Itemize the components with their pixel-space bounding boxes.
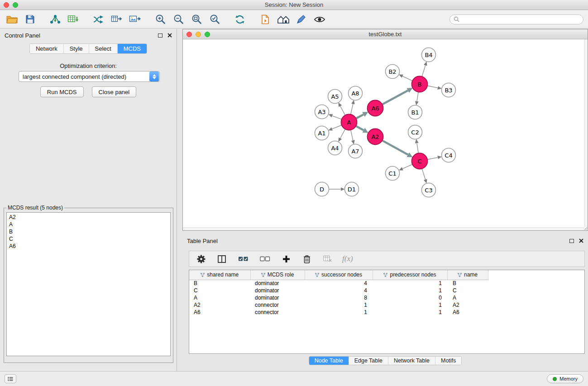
close-panel-button[interactable]: Close panel <box>92 86 137 97</box>
edge-B-B2[interactable] <box>402 76 412 81</box>
node-A8[interactable]: A8 <box>349 86 363 100</box>
edge-B-B4[interactable] <box>422 65 425 76</box>
new-network-button[interactable] <box>90 12 108 27</box>
mcds-result-item[interactable]: A2 <box>7 214 170 221</box>
tab-mcds[interactable]: MCDS <box>118 44 147 53</box>
tab-node-table[interactable]: Node Table <box>309 357 349 365</box>
network-canvas[interactable]: AA1A2A3A4A5A6A7A8BB1B2B3B4CC1C2C3C4DD1 <box>183 39 588 230</box>
table-cell[interactable]: 8 <box>305 294 373 301</box>
select-all-rows-button[interactable] <box>236 251 250 267</box>
task-history-button[interactable] <box>5 374 16 383</box>
show-hide-panels-button[interactable] <box>274 12 292 27</box>
table-cell[interactable]: A <box>447 294 488 301</box>
table-cell[interactable]: C <box>189 287 250 294</box>
search-field[interactable] <box>449 14 583 24</box>
table-cell[interactable]: 1 <box>373 287 447 294</box>
tab-style[interactable]: Style <box>64 44 89 53</box>
refresh-network-button[interactable] <box>231 12 249 27</box>
tab-select[interactable]: Select <box>89 44 118 53</box>
node-C4[interactable]: C4 <box>442 148 456 162</box>
apply-style-button[interactable] <box>292 12 311 27</box>
table-cell[interactable]: A6 <box>447 309 488 316</box>
tab-network[interactable]: Network <box>30 44 64 53</box>
table-cell[interactable]: A <box>189 294 250 301</box>
edge-C-C2[interactable] <box>417 143 419 153</box>
mcds-result-item[interactable]: A6 <box>7 243 170 250</box>
node-B3[interactable]: B3 <box>442 83 456 97</box>
new-network-from-table-button[interactable] <box>108 12 126 27</box>
zoom-selected-button[interactable] <box>206 12 224 27</box>
import-network-from-file-button[interactable] <box>46 12 64 27</box>
edge-C-C4[interactable] <box>427 157 438 160</box>
deselect-all-rows-button[interactable] <box>258 251 272 267</box>
table-cell[interactable]: C <box>447 287 488 294</box>
save-session-button[interactable] <box>21 12 39 27</box>
edge-A-A5[interactable] <box>340 106 345 115</box>
node-A3[interactable]: A3 <box>315 105 329 119</box>
node-C[interactable]: C <box>412 153 428 169</box>
table-cell[interactable]: B <box>447 280 488 287</box>
tab-network-table[interactable]: Network Table <box>388 357 435 365</box>
table-row[interactable]: A6connector11A6 <box>189 309 488 316</box>
edge-B-B3[interactable] <box>427 86 438 88</box>
table-cell[interactable]: 0 <box>373 294 447 301</box>
node-C3[interactable]: C3 <box>422 183 436 197</box>
table-cell[interactable]: 1 <box>373 309 447 316</box>
edge-A-A6[interactable] <box>356 114 363 119</box>
table-cell[interactable]: dominator <box>250 280 305 287</box>
edge-A2-C[interactable] <box>382 140 408 154</box>
column-header-shared-name[interactable]: shared name <box>189 270 250 280</box>
node-A4[interactable]: A4 <box>328 141 342 155</box>
open-file-button[interactable] <box>3 12 21 27</box>
node-A2[interactable]: A2 <box>368 129 383 145</box>
node-B2[interactable]: B2 <box>386 65 400 79</box>
node-B4[interactable]: B4 <box>422 48 436 62</box>
node-D[interactable]: D <box>315 182 329 196</box>
mcds-result-item[interactable]: C <box>7 235 170 243</box>
horizontal-scrollbar[interactable] <box>183 227 584 230</box>
table-cell[interactable]: 1 <box>305 309 373 316</box>
float-panel-icon[interactable] <box>158 33 163 38</box>
table-settings-button[interactable] <box>195 251 207 267</box>
column-header-successor-nodes[interactable]: successor nodes <box>305 270 373 280</box>
add-row-button[interactable] <box>280 251 292 267</box>
memory-button[interactable]: Memory <box>547 374 583 383</box>
table-cell[interactable]: dominator <box>250 294 305 301</box>
zoom-fit-button[interactable] <box>187 12 206 27</box>
open-session-file-button[interactable] <box>256 12 274 27</box>
network-window-titlebar[interactable]: testGlobe.txt <box>183 29 588 39</box>
node-B1[interactable]: B1 <box>408 105 422 119</box>
run-mcds-button[interactable]: Run MCDS <box>40 86 84 97</box>
table-cell[interactable]: dominator <box>250 287 305 294</box>
tab-edge-table[interactable]: Edge Table <box>349 357 388 365</box>
table-cell[interactable]: 4 <box>305 280 373 287</box>
table-cell[interactable]: A2 <box>189 301 250 309</box>
edge-C-C1[interactable] <box>402 164 412 169</box>
column-header-name[interactable]: name <box>447 270 488 280</box>
table-cell[interactable]: connector <box>250 301 305 309</box>
edge-A-A2[interactable] <box>356 126 363 130</box>
column-header-mcds-role[interactable]: MCDS role <box>250 270 305 280</box>
table-cell[interactable]: 1 <box>373 301 447 309</box>
table-cell[interactable]: 1 <box>373 280 447 287</box>
edge-A-A7[interactable] <box>351 130 353 140</box>
vertical-scrollbar[interactable] <box>584 39 588 227</box>
zoom-out-button[interactable] <box>169 12 187 27</box>
node-C1[interactable]: C1 <box>386 167 400 181</box>
node-A7[interactable]: A7 <box>349 144 363 158</box>
tab-motifs[interactable]: Motifs <box>435 357 461 365</box>
table-cell[interactable]: 4 <box>305 287 373 294</box>
network-graph[interactable]: AA1A2A3A4A5A6A7A8BB1B2B3B4CC1C2C3C4DD1 <box>183 39 588 230</box>
node-A6[interactable]: A6 <box>368 100 383 116</box>
edge-A6-B[interactable] <box>382 91 408 105</box>
mcds-result-item[interactable]: A <box>7 221 170 228</box>
table-cell[interactable]: B <box>189 280 250 287</box>
node-C2[interactable]: C2 <box>408 125 422 139</box>
edge-C-C3[interactable] <box>422 169 425 180</box>
mcds-result-item[interactable]: B <box>7 228 170 235</box>
optimization-criterion-select[interactable]: largest connected component (directed) <box>19 71 160 82</box>
delete-table-button[interactable] <box>321 251 334 267</box>
edge-A-A8[interactable] <box>351 104 353 114</box>
edge-A-A4[interactable] <box>340 129 345 138</box>
table-row[interactable]: Cdominator41C <box>189 287 488 294</box>
